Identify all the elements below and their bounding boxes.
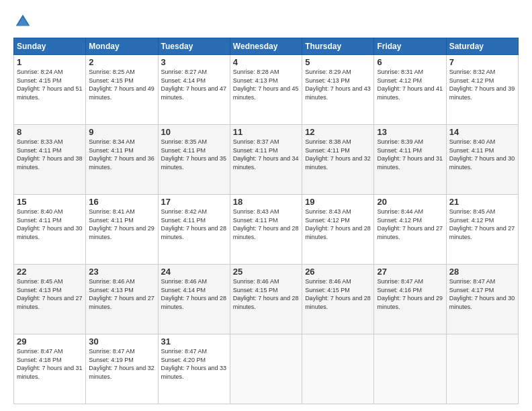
day-info: Sunrise: 8:31 AMSunset: 4:12 PMDaylight:…	[377, 68, 443, 101]
day-info: Sunrise: 8:41 AMSunset: 4:11 PMDaylight:…	[89, 208, 154, 240]
calendar-day-cell: 12 Sunrise: 8:38 AMSunset: 4:11 PMDaylig…	[302, 125, 374, 195]
calendar-day-cell: 11 Sunrise: 8:37 AMSunset: 4:11 PMDaylig…	[230, 125, 302, 195]
day-number: 22	[17, 267, 83, 277]
calendar-day-cell: 7 Sunrise: 8:32 AMSunset: 4:12 PMDayligh…	[446, 55, 518, 125]
day-number: 8	[17, 127, 83, 137]
day-info: Sunrise: 8:35 AMSunset: 4:11 PMDaylight:…	[161, 138, 227, 171]
day-of-week-header: Sunday	[14, 38, 86, 55]
day-info: Sunrise: 8:43 AMSunset: 4:11 PMDaylight:…	[233, 208, 299, 240]
day-number: 13	[377, 127, 443, 137]
calendar-day-cell: 27 Sunrise: 8:47 AMSunset: 4:16 PMDaylig…	[374, 265, 446, 334]
day-number: 23	[89, 267, 154, 277]
calendar-day-cell	[230, 334, 302, 404]
calendar-day-cell: 3 Sunrise: 8:27 AMSunset: 4:14 PMDayligh…	[158, 55, 230, 125]
calendar-day-cell: 28 Sunrise: 8:47 AMSunset: 4:17 PMDaylig…	[446, 265, 518, 334]
day-of-week-header: Monday	[86, 38, 158, 55]
day-info: Sunrise: 8:46 AMSunset: 4:15 PMDaylight:…	[305, 278, 371, 310]
day-number: 14	[449, 127, 515, 137]
day-number: 15	[17, 197, 83, 207]
day-number: 21	[449, 197, 515, 207]
day-info: Sunrise: 8:47 AMSunset: 4:19 PMDaylight:…	[89, 348, 154, 380]
day-info: Sunrise: 8:46 AMSunset: 4:13 PMDaylight:…	[89, 278, 154, 310]
calendar-day-cell: 15 Sunrise: 8:40 AMSunset: 4:11 PMDaylig…	[14, 195, 86, 265]
day-info: Sunrise: 8:40 AMSunset: 4:11 PMDaylight:…	[17, 208, 83, 240]
calendar-day-cell: 10 Sunrise: 8:35 AMSunset: 4:11 PMDaylig…	[158, 125, 230, 195]
calendar-day-cell: 4 Sunrise: 8:28 AMSunset: 4:13 PMDayligh…	[230, 55, 302, 125]
calendar-day-cell: 30 Sunrise: 8:47 AMSunset: 4:19 PMDaylig…	[86, 334, 158, 404]
day-number: 20	[377, 197, 443, 207]
calendar-day-cell: 24 Sunrise: 8:46 AMSunset: 4:14 PMDaylig…	[158, 265, 230, 334]
general-blue-logo-icon	[13, 12, 32, 31]
calendar-day-cell: 29 Sunrise: 8:47 AMSunset: 4:18 PMDaylig…	[14, 334, 86, 404]
day-info: Sunrise: 8:45 AMSunset: 4:13 PMDaylight:…	[17, 278, 83, 310]
day-number: 12	[305, 127, 371, 137]
calendar-day-cell: 9 Sunrise: 8:34 AMSunset: 4:11 PMDayligh…	[86, 125, 158, 195]
day-number: 26	[305, 267, 371, 277]
day-info: Sunrise: 8:40 AMSunset: 4:11 PMDaylight:…	[449, 138, 515, 171]
day-info: Sunrise: 8:29 AMSunset: 4:13 PMDaylight:…	[305, 68, 371, 101]
calendar-day-cell: 19 Sunrise: 8:43 AMSunset: 4:12 PMDaylig…	[302, 195, 374, 265]
day-number: 1	[17, 57, 83, 67]
calendar-week-row: 1 Sunrise: 8:24 AMSunset: 4:15 PMDayligh…	[14, 55, 519, 125]
day-info: Sunrise: 8:24 AMSunset: 4:15 PMDaylight:…	[17, 68, 83, 101]
day-info: Sunrise: 8:43 AMSunset: 4:12 PMDaylight:…	[305, 208, 371, 240]
day-info: Sunrise: 8:47 AMSunset: 4:18 PMDaylight:…	[17, 348, 83, 380]
day-info: Sunrise: 8:44 AMSunset: 4:12 PMDaylight:…	[377, 208, 443, 240]
day-of-week-header: Friday	[374, 38, 446, 55]
day-number: 17	[161, 197, 227, 207]
day-info: Sunrise: 8:28 AMSunset: 4:13 PMDaylight:…	[233, 68, 299, 101]
day-info: Sunrise: 8:42 AMSunset: 4:11 PMDaylight:…	[161, 208, 227, 240]
calendar-day-cell: 18 Sunrise: 8:43 AMSunset: 4:11 PMDaylig…	[230, 195, 302, 265]
day-info: Sunrise: 8:25 AMSunset: 4:15 PMDaylight:…	[89, 68, 154, 101]
day-number: 28	[449, 267, 515, 277]
day-number: 3	[161, 57, 227, 67]
header	[13, 12, 519, 31]
day-number: 9	[89, 127, 154, 137]
day-number: 25	[233, 267, 299, 277]
logo	[13, 12, 35, 31]
day-of-week-header: Thursday	[302, 38, 374, 55]
calendar-week-row: 22 Sunrise: 8:45 AMSunset: 4:13 PMDaylig…	[14, 265, 519, 334]
calendar-day-cell: 21 Sunrise: 8:45 AMSunset: 4:12 PMDaylig…	[446, 195, 518, 265]
day-info: Sunrise: 8:47 AMSunset: 4:20 PMDaylight:…	[161, 348, 227, 380]
day-number: 19	[305, 197, 371, 207]
calendar-day-cell: 8 Sunrise: 8:33 AMSunset: 4:11 PMDayligh…	[14, 125, 86, 195]
day-number: 27	[377, 267, 443, 277]
day-number: 16	[89, 197, 154, 207]
page: SundayMondayTuesdayWednesdayThursdayFrid…	[0, 0, 532, 411]
calendar-day-cell: 14 Sunrise: 8:40 AMSunset: 4:11 PMDaylig…	[446, 125, 518, 195]
calendar-day-cell: 22 Sunrise: 8:45 AMSunset: 4:13 PMDaylig…	[14, 265, 86, 334]
day-of-week-header: Saturday	[446, 38, 518, 55]
calendar-day-cell: 17 Sunrise: 8:42 AMSunset: 4:11 PMDaylig…	[158, 195, 230, 265]
day-info: Sunrise: 8:32 AMSunset: 4:12 PMDaylight:…	[449, 68, 515, 101]
day-number: 4	[233, 57, 299, 67]
day-info: Sunrise: 8:39 AMSunset: 4:11 PMDaylight:…	[377, 138, 443, 171]
calendar-day-cell	[374, 334, 446, 404]
day-of-week-header: Wednesday	[230, 38, 302, 55]
calendar-day-cell: 20 Sunrise: 8:44 AMSunset: 4:12 PMDaylig…	[374, 195, 446, 265]
day-info: Sunrise: 8:45 AMSunset: 4:12 PMDaylight:…	[449, 208, 515, 240]
day-info: Sunrise: 8:27 AMSunset: 4:14 PMDaylight:…	[161, 68, 227, 101]
calendar-day-cell: 16 Sunrise: 8:41 AMSunset: 4:11 PMDaylig…	[86, 195, 158, 265]
day-info: Sunrise: 8:47 AMSunset: 4:16 PMDaylight:…	[377, 278, 443, 310]
calendar-day-cell: 31 Sunrise: 8:47 AMSunset: 4:20 PMDaylig…	[158, 334, 230, 404]
day-of-week-header: Tuesday	[158, 38, 230, 55]
day-number: 5	[305, 57, 371, 67]
day-info: Sunrise: 8:34 AMSunset: 4:11 PMDaylight:…	[89, 138, 154, 171]
day-number: 31	[161, 336, 227, 347]
day-number: 6	[377, 57, 443, 67]
day-info: Sunrise: 8:38 AMSunset: 4:11 PMDaylight:…	[305, 138, 371, 171]
calendar-table: SundayMondayTuesdayWednesdayThursdayFrid…	[13, 38, 519, 404]
calendar-day-cell	[446, 334, 518, 404]
day-number: 2	[89, 57, 154, 67]
calendar-day-cell: 25 Sunrise: 8:46 AMSunset: 4:15 PMDaylig…	[230, 265, 302, 334]
day-info: Sunrise: 8:33 AMSunset: 4:11 PMDaylight:…	[17, 138, 83, 171]
calendar-day-cell: 5 Sunrise: 8:29 AMSunset: 4:13 PMDayligh…	[302, 55, 374, 125]
day-number: 11	[233, 127, 299, 137]
day-info: Sunrise: 8:46 AMSunset: 4:14 PMDaylight:…	[161, 278, 227, 310]
calendar-day-cell: 6 Sunrise: 8:31 AMSunset: 4:12 PMDayligh…	[374, 55, 446, 125]
calendar-day-cell: 13 Sunrise: 8:39 AMSunset: 4:11 PMDaylig…	[374, 125, 446, 195]
day-info: Sunrise: 8:47 AMSunset: 4:17 PMDaylight:…	[449, 278, 515, 310]
day-info: Sunrise: 8:46 AMSunset: 4:15 PMDaylight:…	[233, 278, 299, 310]
calendar-week-row: 15 Sunrise: 8:40 AMSunset: 4:11 PMDaylig…	[14, 195, 519, 265]
